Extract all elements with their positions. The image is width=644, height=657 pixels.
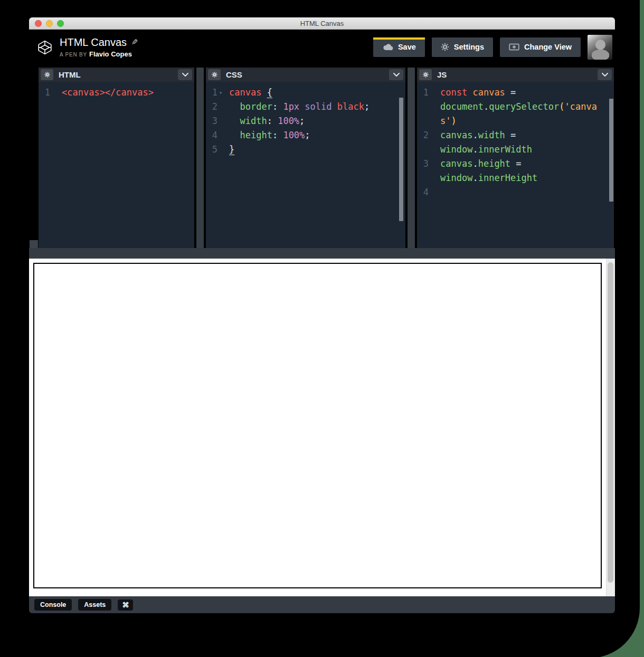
fold-spacer (429, 114, 435, 128)
code-line[interactable]: 4 height: 100%; (206, 128, 405, 142)
code-line[interactable]: 2 border: 1px solid black; (206, 100, 405, 114)
code-line[interactable]: 3 width: 100%; (206, 114, 405, 128)
code-line[interactable]: 1const canvas = (417, 85, 614, 100)
code-line[interactable]: window.innerHeight (417, 171, 614, 185)
fold-arrow-icon[interactable]: ▾ (217, 85, 224, 100)
html-css-resizer[interactable] (196, 68, 204, 248)
line-number (417, 142, 429, 157)
code-line[interactable]: s') (417, 114, 614, 128)
change-view-button-label: Change View (524, 43, 572, 51)
pencil-icon[interactable]: ✎ (131, 37, 138, 47)
line-number: 4 (206, 128, 217, 142)
line-number: 1 (417, 85, 429, 100)
code-line[interactable]: 3canvas.height = (417, 157, 614, 171)
code-text: document.querySelector('canva (435, 100, 614, 114)
html-panel-title: HTML (59, 70, 81, 79)
gear-icon (423, 72, 429, 78)
line-number (417, 114, 429, 128)
code-text: canvas { (224, 85, 405, 100)
css-panel-gear-button[interactable] (208, 69, 221, 80)
code-line[interactable]: 1<canvas></canvas> (39, 85, 194, 100)
chevron-down-icon (393, 73, 400, 77)
change-view-button[interactable]: Change View (500, 37, 581, 57)
editors-preview-resizer[interactable] (29, 248, 615, 259)
cloud-icon (382, 43, 393, 51)
line-number (417, 171, 429, 185)
code-text: width: 100%; (224, 114, 405, 128)
app-window: HTML Canvas HTML Canvas ✎ A PEN BYFlavio… (29, 17, 615, 613)
titlebar: HTML Canvas (29, 17, 615, 30)
editor-corner-handle[interactable] (30, 240, 38, 248)
html-panel: HTML 1<canvas></canvas> (39, 68, 194, 248)
html-panel-menu-button[interactable] (178, 69, 192, 80)
line-number: 1 (206, 85, 217, 100)
preview-scrollbar[interactable] (606, 259, 615, 596)
gear-icon (212, 72, 217, 78)
fold-spacer (429, 171, 435, 185)
eye-icon (509, 43, 519, 51)
code-text: window.innerWidth (435, 142, 614, 157)
css-code-editor[interactable]: 1▾canvas {2 border: 1px solid black;3 wi… (206, 82, 405, 248)
settings-button[interactable]: Settings (432, 37, 493, 57)
code-line[interactable]: window.innerWidth (417, 142, 614, 157)
css-panel-menu-button[interactable] (389, 69, 403, 80)
line-number: 2 (206, 100, 217, 114)
editors-section: HTML 1<canvas></canvas> (29, 64, 615, 248)
preview-scrollbar-thumb[interactable] (608, 262, 613, 583)
js-panel: JS 1const canvas =document.querySelector… (417, 68, 614, 248)
js-panel-header: JS (417, 68, 614, 82)
css-panel: CSS 1▾canvas {2 border: 1px solid black;… (206, 68, 405, 248)
js-panel-title: JS (437, 70, 447, 79)
code-line[interactable]: 1▾canvas { (206, 85, 405, 100)
fold-spacer (429, 128, 435, 142)
html-panel-header: HTML (39, 68, 194, 82)
js-code-editor[interactable]: 1const canvas =document.querySelector('c… (417, 82, 614, 248)
fold-spacer (50, 85, 56, 100)
keyboard-shortcuts-button[interactable]: ⌘ (118, 599, 133, 611)
html-code-editor[interactable]: 1<canvas></canvas> (39, 82, 194, 248)
avatar[interactable] (588, 35, 612, 60)
line-number: 5 (206, 142, 217, 157)
fold-spacer (217, 114, 224, 128)
pen-title: HTML Canvas (60, 36, 127, 49)
css-editor-scrollbar[interactable] (399, 98, 403, 221)
gear-icon (441, 43, 449, 51)
footer-bar: Console Assets ⌘ (29, 596, 615, 613)
js-editor-scrollbar[interactable] (609, 99, 613, 202)
code-text: canvas.height = (435, 157, 614, 171)
gear-icon (44, 72, 50, 78)
code-line[interactable]: 5} (206, 142, 405, 157)
byline: A PEN BYFlavio Copes (60, 50, 373, 58)
fold-spacer (429, 142, 435, 157)
js-panel-gear-button[interactable] (419, 69, 432, 80)
fold-spacer (429, 100, 435, 114)
code-line[interactable]: 2canvas.width = (417, 128, 614, 142)
line-number: 3 (206, 114, 217, 128)
fold-spacer (429, 157, 435, 171)
console-button[interactable]: Console (34, 599, 72, 611)
line-number: 3 (417, 157, 429, 171)
fold-spacer (217, 128, 224, 142)
code-line[interactable]: document.querySelector('canva (417, 100, 614, 114)
code-line[interactable]: 4 (417, 185, 614, 199)
css-panel-title: CSS (226, 70, 242, 79)
rendered-canvas-element[interactable] (33, 263, 602, 588)
save-button[interactable]: Save (373, 37, 425, 57)
fold-spacer (217, 100, 224, 114)
code-text: border: 1px solid black; (224, 100, 405, 114)
chevron-down-icon (602, 73, 608, 77)
css-js-resizer[interactable] (408, 68, 415, 248)
js-panel-menu-button[interactable] (598, 69, 612, 80)
author-name[interactable]: Flavio Copes (89, 50, 132, 58)
fold-spacer (429, 185, 435, 199)
html-panel-gear-button[interactable] (41, 69, 53, 80)
save-button-label: Save (398, 43, 416, 51)
code-text: s') (435, 114, 614, 128)
code-text (435, 185, 614, 199)
assets-button[interactable]: Assets (78, 599, 111, 611)
codepen-cube-icon[interactable] (37, 39, 53, 56)
code-text: height: 100%; (224, 128, 405, 142)
settings-button-label: Settings (454, 43, 484, 51)
code-text: canvas.width = (435, 128, 614, 142)
code-text: window.innerHeight (435, 171, 614, 185)
